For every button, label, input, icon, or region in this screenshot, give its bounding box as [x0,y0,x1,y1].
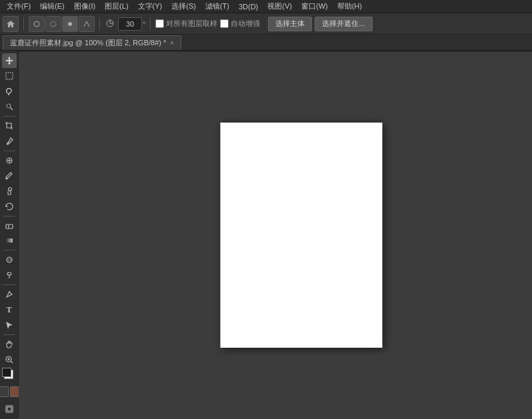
menu-window[interactable]: 窗口(W) [297,0,332,13]
auto-enhance-checkbox[interactable] [220,19,229,28]
tool-sep-5 [3,284,15,285]
menu-text[interactable]: 文字(Y) [134,0,167,13]
menu-select[interactable]: 选择(S) [167,0,200,13]
select-and-mask-button[interactable]: 选择并遮住... [315,17,372,31]
auto-enhance-text: 自动增强 [231,19,260,29]
menu-file[interactable]: 文件(F) [3,0,35,13]
svg-rect-16 [6,224,13,228]
standard-mode-button[interactable] [0,386,9,397]
brush-preset-3[interactable] [62,16,78,32]
options-toolbar: ° 对所有图层取样 自动增强 选择主体 选择并遮住... [0,13,532,35]
path-select-tool[interactable] [2,318,17,332]
home-button[interactable] [3,16,19,32]
main-area: T [0,51,532,419]
tab-bar: 蓝鹿证件照素材.jpg @ 100% (图层 2, RGB/8#) * × [0,35,532,51]
tool-sep-4 [3,250,15,250]
healing-brush-tool[interactable] [2,153,17,168]
document-canvas [220,123,382,348]
angle-unit: ° [143,20,145,28]
svg-point-23 [9,291,10,292]
menu-layer[interactable]: 图层(L) [101,0,132,13]
text-tool-icon: T [6,304,12,315]
color-swatch-area [0,368,21,400]
eraser-tool[interactable] [2,218,17,233]
menu-bar: 文件(F) 编辑(E) 图像(I) 图层(L) 文字(Y) 选择(S) 滤镜(T… [0,0,532,13]
menu-image[interactable]: 图像(I) [70,0,99,13]
svg-point-1 [51,21,56,27]
select-subject-button[interactable]: 选择主体 [268,17,312,31]
canvas-area [19,51,532,419]
foreground-color-swatch[interactable] [2,368,11,377]
text-tool[interactable]: T [2,302,17,317]
zoom-tool[interactable] [2,352,17,367]
svg-rect-18 [6,238,13,242]
svg-point-13 [5,177,7,179]
brush-tool[interactable] [2,169,17,183]
menu-filter[interactable]: 滤镜(T) [201,0,233,13]
quick-select-tool[interactable] [2,99,17,114]
crop-tool[interactable] [2,119,17,133]
svg-line-8 [10,107,13,110]
brush-preset-4[interactable] [79,16,95,32]
menu-edit[interactable]: 编辑(E) [36,0,69,13]
sep1 [23,17,24,31]
angle-label [105,18,115,30]
svg-point-20 [8,258,11,261]
hand-tool[interactable] [2,337,17,352]
dodge-tool[interactable] [2,268,17,282]
blur-tool[interactable] [2,252,17,267]
menu-view[interactable]: 视图(V) [263,0,296,13]
gradient-tool[interactable] [2,233,17,248]
tab-close-button[interactable]: × [170,39,174,47]
svg-point-21 [7,272,11,275]
svg-point-2 [68,22,72,26]
move-tool[interactable] [2,53,17,68]
svg-line-25 [11,361,13,363]
sample-all-layers-text: 对所有图层取样 [166,19,217,29]
angle-input[interactable] [118,17,142,31]
left-toolbar: T [0,51,19,419]
brush-preset-2[interactable] [45,16,61,32]
tool-sep-2 [3,151,15,151]
svg-rect-29 [7,407,11,411]
tool-sep-3 [3,216,15,216]
menu-help[interactable]: 帮助(H) [333,0,366,13]
sep3 [150,17,151,31]
svg-point-14 [8,187,11,191]
auto-enhance-label[interactable]: 自动增强 [220,19,260,29]
screen-mode-button[interactable] [2,402,17,416]
brush-presets [29,16,95,32]
svg-rect-6 [6,73,13,79]
sep2 [99,17,100,31]
document-tab[interactable]: 蓝鹿证件照素材.jpg @ 100% (图层 2, RGB/8#) * × [3,35,181,50]
menu-3d[interactable]: 3D(D) [235,1,262,12]
clone-stamp-tool[interactable] [2,184,17,199]
pen-tool[interactable] [2,287,17,302]
marquee-tool[interactable] [2,69,17,83]
tool-sep-1 [3,116,15,117]
sample-all-layers-label[interactable]: 对所有图层取样 [155,19,217,29]
lasso-tool[interactable] [2,84,17,99]
svg-point-7 [7,104,11,108]
svg-point-19 [7,257,12,262]
history-brush-tool[interactable] [2,199,17,214]
svg-point-0 [34,21,39,27]
tool-sep-6 [3,334,15,335]
eyedropper-tool[interactable] [2,134,17,149]
brush-preset-1[interactable] [29,16,45,32]
tab-filename: 蓝鹿证件照素材.jpg @ 100% (图层 2, RGB/8#) * [10,38,166,48]
sample-all-layers-checkbox[interactable] [155,19,164,28]
